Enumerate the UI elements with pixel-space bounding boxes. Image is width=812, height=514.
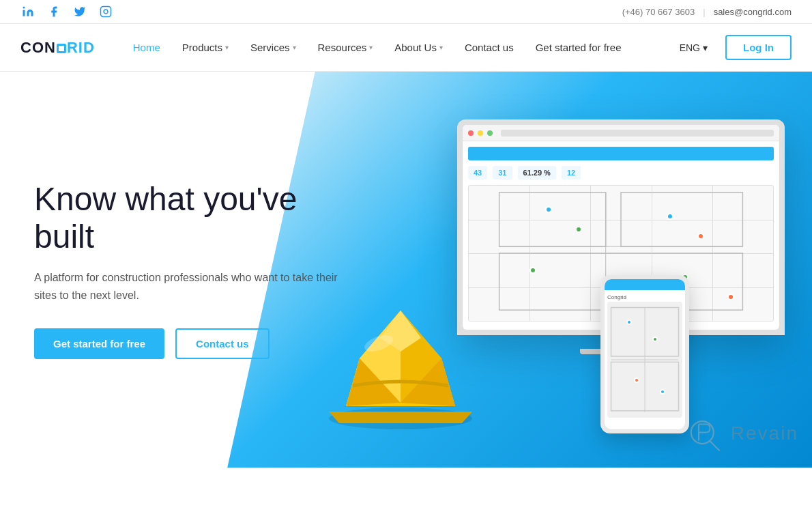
dot-yellow	[478, 130, 483, 136]
nav-services-label: Services	[250, 42, 290, 53]
chevron-down-icon: ▾	[369, 44, 373, 51]
chevron-down-icon: ▾	[439, 44, 443, 51]
phone-content: Congrid	[605, 290, 685, 420]
get-started-button[interactable]: Get started for free	[34, 328, 164, 359]
nav-home-label: Home	[133, 42, 160, 53]
svg-rect-13	[499, 192, 606, 246]
chevron-down-icon: ▾	[293, 44, 296, 51]
screen-toolbar	[468, 147, 774, 160]
nav-products[interactable]: Products ▾	[171, 24, 240, 72]
screen-header	[463, 125, 779, 141]
navbar: CONRID Home Products ▾ Services ▾ Resour…	[0, 24, 812, 72]
phone-map	[607, 302, 682, 418]
hero-subtitle: A platform for construction professional…	[34, 269, 348, 304]
linkedin-icon[interactable]	[20, 4, 35, 19]
map-marker	[697, 233, 704, 240]
hero-title: Know what you've built	[34, 180, 348, 255]
divider: |	[703, 7, 705, 17]
nav-resources[interactable]: Resources ▾	[307, 24, 384, 72]
hero-buttons: Get started for free Contact us	[34, 328, 348, 359]
logo-highlight: RID	[67, 39, 95, 56]
nav-services[interactable]: Services ▾	[240, 24, 307, 72]
phone-map-marker	[634, 377, 639, 383]
nav-right: ENG ▾ Log In	[673, 35, 792, 60]
stat-box-1: 43	[468, 166, 487, 180]
revain-logo-icon	[684, 413, 725, 454]
hero-section: Know what you've built A platform for co…	[0, 72, 812, 468]
chevron-down-icon: ▾	[703, 42, 708, 53]
svg-point-1	[23, 7, 25, 9]
facebook-icon[interactable]	[46, 4, 61, 19]
phone-screen: Congrid	[605, 279, 685, 429]
chevron-down-icon: ▾	[225, 44, 229, 51]
nav-about-label: About Us	[394, 42, 437, 53]
nav-products-label: Products	[182, 42, 222, 53]
contact-info: (+46) 70 667 3603 | sales@congrid.com	[622, 7, 792, 17]
stat-box-4: 12	[562, 166, 581, 180]
url-bar	[501, 130, 774, 137]
nav-resources-label: Resources	[318, 42, 367, 53]
map-marker	[530, 267, 536, 274]
phone-header	[605, 279, 685, 290]
logo-prefix: CON	[20, 39, 56, 56]
top-bar: (+46) 70 667 3603 | sales@congrid.com	[0, 0, 812, 24]
phone-body: Congrid	[600, 275, 689, 433]
nav-home[interactable]: Home	[122, 24, 171, 72]
phone-map-marker	[660, 389, 665, 395]
nav-contact[interactable]: Contact us	[454, 24, 525, 72]
phone-app-label: Congrid	[607, 293, 682, 302]
phone-illustration: Congrid	[600, 275, 689, 433]
nav-get-started-label: Get started for free	[536, 42, 622, 53]
dot-red	[468, 130, 474, 136]
nav-contact-label: Contact us	[465, 42, 514, 53]
screen-stats: 43 31 61.29 % 12	[468, 166, 774, 180]
logo-icon	[57, 44, 66, 53]
social-icons	[20, 4, 113, 19]
contact-us-button[interactable]: Contact us	[175, 328, 270, 359]
logo-text: CONRID	[20, 39, 95, 57]
nav-about[interactable]: About Us ▾	[383, 24, 454, 72]
phone-map-marker	[652, 337, 658, 342]
login-button[interactable]: Log In	[725, 35, 792, 60]
svg-rect-14	[621, 192, 742, 246]
phone-floorplan	[607, 302, 682, 418]
twitter-icon[interactable]	[72, 4, 87, 19]
map-marker	[667, 213, 673, 220]
dot-green	[487, 130, 493, 136]
hero-content: Know what you've built A platform for co…	[0, 139, 382, 401]
phone-number: (+46) 70 667 3603	[622, 7, 695, 17]
map-marker	[545, 206, 552, 213]
revain-text: Revain	[731, 423, 798, 444]
svg-rect-2	[101, 7, 111, 17]
revain-watermark: Revain	[684, 413, 798, 454]
email-link[interactable]: sales@congrid.com	[714, 7, 792, 17]
stat-box-2: 31	[493, 166, 512, 180]
phone-map-marker	[626, 319, 632, 325]
nav-links: Home Products ▾ Services ▾ Resources ▾ A…	[122, 24, 673, 72]
instagram-icon[interactable]	[98, 4, 113, 19]
stat-box-3: 61.29 %	[518, 166, 556, 180]
language-selector[interactable]: ENG ▾	[673, 38, 714, 57]
lang-label: ENG	[680, 42, 700, 53]
svg-rect-0	[23, 10, 25, 16]
nav-get-started[interactable]: Get started for free	[525, 24, 633, 72]
svg-marker-5	[329, 412, 472, 423]
logo[interactable]: CONRID	[20, 39, 95, 57]
